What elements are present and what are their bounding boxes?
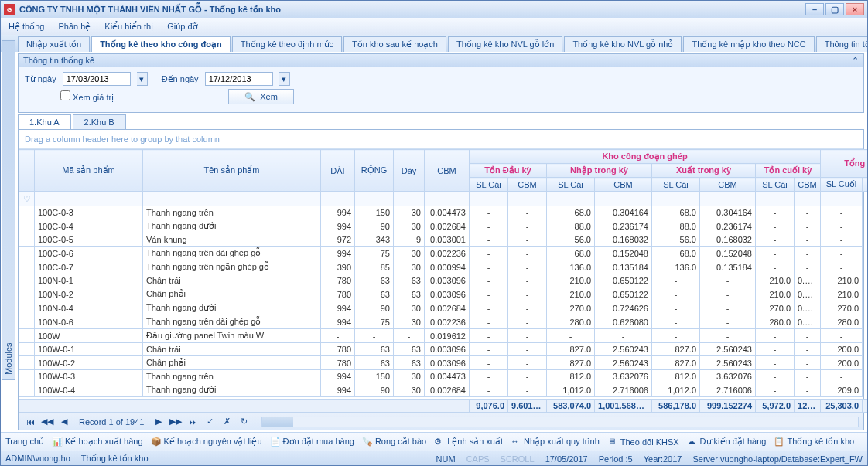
saw-icon: 🪚 xyxy=(362,437,373,447)
to-date-dropdown-icon[interactable]: ▾ xyxy=(279,72,290,86)
horizontal-scrollbar[interactable] xyxy=(261,417,859,427)
box-icon: 📦 xyxy=(151,437,162,447)
total-row: 9,076.09.601438 583,074.01,001.568130 58… xyxy=(19,400,869,413)
status-user: ADMIN\vuong.ho xyxy=(5,454,70,464)
title-bar: G CÔNG TY TNHH MỘT THÀNH VIÊN NHẤT GỖ - … xyxy=(1,1,867,18)
sub-tab-strip: 1.Khu A 2.Khu B xyxy=(18,114,864,129)
nav-next[interactable]: ▶ xyxy=(152,416,166,428)
panel-title: Thông tin thống kê xyxy=(23,56,94,66)
nav-first[interactable]: ⏮ xyxy=(23,416,37,428)
status-date: 17/05/2017 xyxy=(545,454,588,464)
menu-bar: Hệ thống Phân hệ Kiểu hiển thị Giúp đỡ xyxy=(1,18,867,35)
col-product-code[interactable]: Mã sản phẩm xyxy=(35,150,143,192)
col-cbm[interactable]: CBM xyxy=(425,150,470,192)
nav-record-text: Record 1 of 1941 xyxy=(74,417,149,427)
tab-ncc[interactable]: Thống kê nhập kho theo NCC xyxy=(683,36,814,52)
status-server: Server:vuongho-laptop/Database:Expert_FW xyxy=(692,454,863,464)
nav-cancel-icon[interactable]: ✗ xyxy=(220,416,234,428)
nav-last[interactable]: ⏭ xyxy=(186,416,200,428)
tab-stage-warehouse[interactable]: Thống kê theo kho công đoạn xyxy=(91,36,231,52)
table-row[interactable]: 100C-0-4Thanh ngang dưới99490300.002684-… xyxy=(19,219,864,233)
nav-refresh-icon[interactable]: ↻ xyxy=(237,416,251,428)
bottom-home[interactable]: Trang chủ xyxy=(5,437,44,447)
filter-icon: ♡ xyxy=(19,192,35,206)
view-value-checkbox[interactable] xyxy=(60,90,70,100)
restore-button[interactable]: ▢ xyxy=(825,3,844,15)
weather-icon: ☁ xyxy=(687,437,698,447)
bottom-toolbar: Trang chủ 📊Kế hoạch xuất hàng 📦Kế hoạch … xyxy=(1,432,867,451)
tab-norm[interactable]: Thống kê theo định mức xyxy=(232,36,342,52)
view-value-label: Xem giá trị xyxy=(73,93,114,102)
close-button[interactable]: × xyxy=(846,3,864,15)
nav-next-page[interactable]: ▶▶ xyxy=(169,416,183,428)
table-row[interactable]: 100W-0-1Chân trái78063630.003096--827.02… xyxy=(19,343,864,356)
filter-row[interactable]: ♡ xyxy=(19,192,864,206)
from-date-dropdown-icon[interactable]: ▾ xyxy=(137,72,148,86)
bottom-process-io[interactable]: ↔Nhập xuất quy trình xyxy=(511,437,600,447)
bottom-production-order[interactable]: ⚙Lệnh sản xuất xyxy=(434,437,503,447)
list-icon: 📋 xyxy=(774,437,784,447)
bottom-stock-stats[interactable]: 📋Thống kê tồn kho xyxy=(774,437,854,447)
to-date-input[interactable] xyxy=(205,72,273,86)
subtab-khu-a[interactable]: 1.Khu A xyxy=(18,114,71,129)
subtab-khu-b[interactable]: 2.Khu B xyxy=(73,114,126,129)
table-row[interactable]: 100C-0-5Ván khung97234390.003001--56.00.… xyxy=(19,233,864,247)
table-row[interactable]: 100WĐầu giường panel Twin màu W---0.0196… xyxy=(19,329,864,343)
status-page: Thống kê tồn kho xyxy=(81,454,149,464)
table-row[interactable]: 100C-0-7Thanh ngang trên ngắn ghép gỗ390… xyxy=(19,260,864,274)
nav-prev-page[interactable]: ◀◀ xyxy=(40,416,54,428)
table-row[interactable]: 100W-0-2Chân phải78063630.003096--827.02… xyxy=(19,356,864,370)
data-grid: Drag a column header here to group by th… xyxy=(18,129,864,430)
grid-navigator: ⏮ ◀◀ ◀ Record 1 of 1941 ▶ ▶▶ ⏭ ✓ ✗ ↻ xyxy=(19,413,863,430)
col-width[interactable]: RỘNG xyxy=(355,150,394,192)
bottom-export-plan[interactable]: 📊Kế hoạch xuất hàng xyxy=(52,437,143,447)
menu-system[interactable]: Hệ thống xyxy=(9,22,44,32)
menu-display[interactable]: Kiểu hiển thị xyxy=(104,22,153,32)
table-row[interactable]: 100W-0-3Thanh ngang trên994150300.004473… xyxy=(19,370,864,383)
gear-icon: ⚙ xyxy=(434,437,445,447)
bottom-purchase-order[interactable]: 📄Đơn đặt mua hàng xyxy=(270,437,354,447)
bottom-material-plan[interactable]: 📦Kế hoạch nguyên vật liệu xyxy=(151,437,262,447)
group-hint[interactable]: Drag a column header here to group by th… xyxy=(19,130,863,149)
minimize-button[interactable]: – xyxy=(805,3,824,15)
bottom-forecast-order[interactable]: ☁Dự kiến đặt hàng xyxy=(687,437,767,447)
menu-module[interactable]: Phân hệ xyxy=(58,22,91,32)
table-row[interactable]: 100N-0-2Chân phải78063630.003096--210.00… xyxy=(19,287,864,301)
status-year: Year:2017 xyxy=(644,454,682,464)
view-button[interactable]: 🔍Xem xyxy=(228,89,294,104)
menu-help[interactable]: Giúp đỡ xyxy=(167,22,197,32)
tab-after-plan[interactable]: Tồn kho sau kế hoạch xyxy=(343,36,446,52)
bottom-cutting[interactable]: 🪚Rong cắt bào xyxy=(362,437,426,447)
grid-body: ♡ 100C-0-3Thanh ngang trên994150300.0044… xyxy=(19,192,863,397)
tab-nvl-large[interactable]: Thống kê kho NVL gỗ lớn xyxy=(448,36,562,52)
col-group-stage[interactable]: Kho công đoạn ghép xyxy=(470,150,821,164)
col-length[interactable]: DÀI xyxy=(321,150,355,192)
bottom-track-khsx[interactable]: 🖥Theo dõi KHSX xyxy=(607,437,679,447)
from-date-label: Từ ngày xyxy=(25,74,56,84)
col-thick[interactable]: Dày xyxy=(394,150,425,192)
monitor-icon: 🖥 xyxy=(607,437,618,447)
table-row[interactable]: 100C-0-3Thanh ngang trên994150300.004473… xyxy=(19,206,864,219)
search-icon: 🔍 xyxy=(244,92,255,102)
tab-nvl-small[interactable]: Thống kê kho NVL gỗ nhỏ xyxy=(564,36,682,52)
table-row[interactable]: 100N-0-6Thanh ngang trên dài ghép gỗ9947… xyxy=(19,315,864,329)
col-product-name[interactable]: Tên sản phẩm xyxy=(143,150,321,192)
col-group-total[interactable]: Tổng cộng xyxy=(821,150,868,178)
table-row[interactable]: 100C-0-6Thanh ngang trên dài ghép gỗ9947… xyxy=(19,247,864,260)
collapse-icon[interactable]: ⌃ xyxy=(852,56,859,66)
tab-import-export[interactable]: Nhập xuất tồn xyxy=(18,36,90,52)
from-date-input[interactable] xyxy=(63,72,131,86)
doc-icon: 📄 xyxy=(270,437,281,447)
status-scroll: SCROLL xyxy=(501,454,535,464)
nav-prev[interactable]: ◀ xyxy=(57,416,71,428)
modules-sidebar[interactable]: Modules xyxy=(2,40,15,380)
table-row[interactable]: 100N-0-4Thanh ngang dưới99490300.002684-… xyxy=(19,301,864,315)
table-row[interactable]: 100W-0-4Thanh ngang dưới99490300.002684-… xyxy=(19,383,864,397)
to-date-label: Đến ngày xyxy=(162,74,199,84)
chart-icon: 📊 xyxy=(52,437,63,447)
table-row[interactable]: 100N-0-1Chân trái78063630.003096--210.00… xyxy=(19,274,864,287)
status-bar: ADMIN\vuong.ho Thống kê tồn kho NUM CAPS… xyxy=(1,451,867,466)
tab-stock-info[interactable]: Thông tin tồn kho xyxy=(816,36,868,52)
nav-accept-icon[interactable]: ✓ xyxy=(203,416,217,428)
grid-totals: 9,076.09.601438 583,074.01,001.568130 58… xyxy=(19,399,868,413)
